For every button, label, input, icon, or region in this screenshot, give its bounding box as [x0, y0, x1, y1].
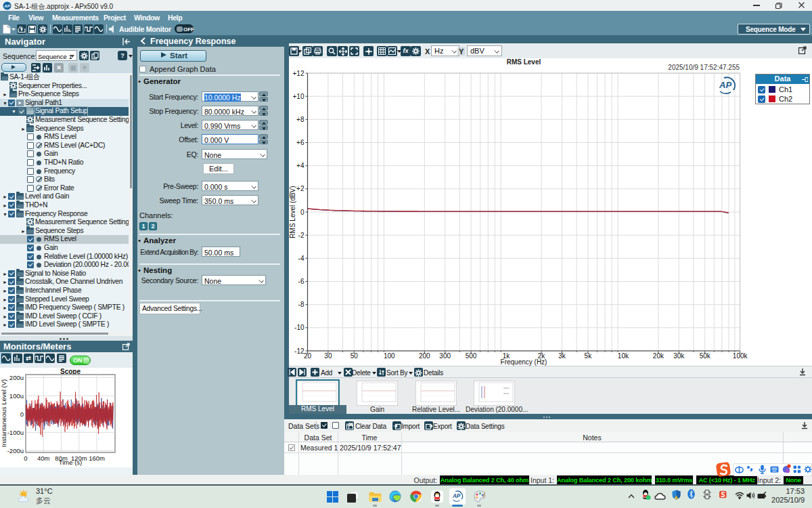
svg-text:AP: AP: [3, 4, 10, 8]
svg-text:+10: +10: [293, 93, 304, 100]
svg-text:50k: 50k: [700, 352, 711, 360]
svg-text:20k: 20k: [653, 352, 664, 360]
svg-text:Scope: Scope: [60, 368, 81, 375]
svg-text:+8: +8: [296, 116, 304, 123]
svg-text:0: 0: [300, 209, 304, 216]
svg-text:100: 100: [384, 352, 395, 360]
svg-text:500: 500: [466, 352, 477, 360]
svg-text:50: 50: [351, 352, 359, 360]
svg-text:!: !: [676, 496, 677, 499]
svg-text:AP: AP: [452, 493, 461, 499]
svg-text:10k: 10k: [618, 352, 629, 360]
svg-text:0: 0: [20, 410, 24, 418]
svg-text:40m: 40m: [37, 454, 50, 462]
svg-text:0: 0: [24, 454, 27, 462]
svg-text:-2: -2: [298, 232, 304, 239]
svg-text:100u: 100u: [9, 392, 24, 400]
svg-text:30: 30: [324, 352, 332, 360]
svg-text:3k: 3k: [558, 352, 566, 360]
svg-text:20: 20: [304, 352, 312, 360]
svg-text:+12: +12: [293, 70, 304, 77]
svg-text:Frequency (Hz): Frequency (Hz): [501, 358, 547, 366]
svg-text:-100u: -100u: [7, 429, 24, 436]
svg-text:+4: +4: [296, 162, 304, 169]
svg-text:AP: AP: [719, 80, 731, 90]
svg-text:-200u: -200u: [7, 447, 24, 454]
svg-text:Time (s): Time (s): [59, 459, 82, 466]
svg-text:xxxx: xxxx: [503, 391, 509, 395]
svg-text:-12: -12: [294, 347, 304, 355]
svg-text:+6: +6: [296, 139, 304, 146]
svg-text:RMS Level (dBV): RMS Level (dBV): [289, 186, 296, 238]
svg-text:100k: 100k: [733, 352, 748, 360]
svg-text:5k: 5k: [585, 352, 593, 360]
svg-text:2025/10/9 17:52:47.255: 2025/10/9 17:52:47.255: [668, 64, 740, 71]
svg-text:Instantaneous Level (V): Instantaneous Level (V): [0, 379, 7, 447]
svg-text:-4: -4: [298, 255, 304, 262]
svg-text:200: 200: [419, 352, 430, 360]
svg-text:30k: 30k: [673, 352, 685, 360]
svg-text:-8: -8: [298, 301, 304, 308]
svg-text:-10: -10: [294, 324, 304, 331]
svg-text:300: 300: [439, 352, 451, 360]
svg-text:160m: 160m: [89, 454, 105, 462]
svg-text:+2: +2: [296, 185, 304, 192]
svg-text:200u: 200u: [9, 374, 24, 381]
svg-text:RMS Level: RMS Level: [507, 58, 541, 66]
svg-text:-6: -6: [298, 278, 304, 285]
svg-text:xxxx: xxxx: [503, 386, 509, 389]
